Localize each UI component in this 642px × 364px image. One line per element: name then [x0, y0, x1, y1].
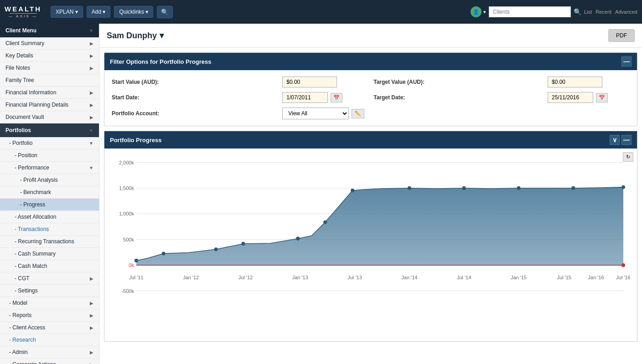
- layout: Client Menu ▼ Client Summary ▶ Key Detai…: [0, 24, 642, 364]
- sidebar-item-cash-summary[interactable]: - Cash Summary: [0, 248, 99, 260]
- sidebar-item-client-access[interactable]: - Client Access ▶: [0, 322, 99, 334]
- sidebar-item-profit-analysis[interactable]: - Profit Analysis: [0, 174, 99, 186]
- search-icon-btn[interactable]: 🔍: [157, 6, 173, 18]
- sidebar-item-client-summary[interactable]: Client Summary ▶: [0, 37, 99, 50]
- list-link[interactable]: List: [584, 9, 592, 15]
- sidebar-item-key-details[interactable]: Key Details ▶: [0, 50, 99, 62]
- svg-point-15: [214, 247, 218, 251]
- sidebar-item-research[interactable]: - Research: [0, 334, 99, 346]
- sidebar-item-performance[interactable]: - Performance ▼: [0, 162, 99, 174]
- portfolio-account-edit-btn[interactable]: ✏️: [352, 109, 364, 118]
- svg-text:0k: 0k: [129, 262, 134, 268]
- portfolio-account-row: View All ✏️: [282, 108, 364, 119]
- svg-text:1,000k: 1,000k: [119, 211, 134, 216]
- sidebar-item-financial-planning[interactable]: Financial Planning Details ▶: [0, 99, 99, 111]
- sidebar-item-file-notes[interactable]: File Notes ▶: [0, 62, 99, 74]
- target-value-label: Target Value (AUD):: [373, 79, 538, 85]
- sidebar-item-cash-match[interactable]: - Cash Match: [0, 260, 99, 272]
- top-nav: WEALTH — AXIS — XPLAN ▾ Add ▾ Quicklinks…: [0, 0, 642, 24]
- sidebar-item-recurring-transactions[interactable]: - Recurring Transactions: [0, 236, 99, 248]
- start-value-label: Start Value (AUD):: [112, 79, 273, 85]
- portfolio-progress-chart: 2,000k 1,500k 1,000k 500k 0k -500k: [109, 153, 632, 335]
- svg-text:500k: 500k: [123, 237, 134, 242]
- pdf-button[interactable]: PDF: [608, 29, 635, 42]
- quicklinks-btn[interactable]: Quicklinks ▾: [114, 6, 153, 18]
- sidebar-item-position[interactable]: - Position: [0, 149, 99, 162]
- search-go-icon[interactable]: 🔍: [574, 8, 581, 15]
- target-date-calendar-btn[interactable]: 📅: [596, 93, 608, 103]
- sidebar-item-settings[interactable]: - Settings: [0, 285, 99, 297]
- target-date-input[interactable]: [548, 92, 593, 103]
- chart-collapse-btn[interactable]: —: [621, 135, 632, 145]
- sidebar-item-model[interactable]: - Model ▶: [0, 297, 99, 309]
- svg-point-24: [621, 185, 625, 189]
- svg-point-26: [621, 263, 625, 267]
- user-area: 👤 ▾: [471, 6, 486, 17]
- sidebar-item-corporate-actions[interactable]: - Corporate Actions ▶: [0, 359, 99, 364]
- add-btn[interactable]: Add ▾: [87, 6, 111, 18]
- svg-marker-12: [136, 187, 623, 265]
- recent-link[interactable]: Recent: [595, 9, 611, 15]
- client-dropdown-icon[interactable]: ▾: [160, 31, 164, 41]
- target-date-row: 📅: [548, 92, 630, 103]
- sidebar-item-asset-allocation[interactable]: - Asset Allocation: [0, 211, 99, 223]
- chart-panel: Portfolio Progress ∨ — ↻ 2,000k: [104, 131, 637, 342]
- start-value-input[interactable]: [282, 77, 337, 87]
- sidebar-item-document-vault[interactable]: Document Vault ▶: [0, 111, 99, 123]
- target-value-input[interactable]: [548, 77, 602, 87]
- portfolio-account-select[interactable]: View All: [282, 108, 349, 119]
- xplan-btn[interactable]: XPLAN ▾: [51, 6, 83, 18]
- sidebar-item-portfolio[interactable]: - Portfolio ▼: [0, 137, 99, 149]
- target-date-label: Target Date:: [373, 94, 538, 101]
- filter-panel-body: Start Value (AUD): Target Value (AUD): S…: [104, 70, 637, 126]
- client-menu-chevron: ▼: [89, 28, 93, 33]
- sidebar-item-progress[interactable]: - Progress: [0, 199, 99, 211]
- arrow-icon: ▼: [89, 165, 93, 170]
- sidebar-item-cgt[interactable]: - CGT ▶: [0, 272, 99, 285]
- chart-body: ↻ 2,000k 1,500k 1,000k 500k 0k -500k: [104, 149, 637, 341]
- chart-refresh-btn[interactable]: ↻: [623, 152, 633, 162]
- sidebar-item-reports[interactable]: - Reports ▶: [0, 309, 99, 322]
- sidebar-item-admin[interactable]: - Admin ▶: [0, 346, 99, 359]
- arrow-icon: ▶: [90, 41, 93, 46]
- arrow-icon: ▶: [90, 313, 93, 318]
- portfolios-header[interactable]: Portfolios ▼: [0, 123, 99, 137]
- svg-text:Jul '15: Jul '15: [557, 275, 571, 280]
- sidebar-item-family-tree[interactable]: Family Tree: [0, 74, 99, 87]
- filter-panel-header: Filter Options for Portfolio Progress —: [104, 53, 637, 70]
- portfolio-account-label: Portfolio Account:: [112, 110, 273, 117]
- portfolios-chevron: ▼: [89, 128, 93, 133]
- avatar: 👤: [471, 6, 482, 17]
- svg-text:Jan '16: Jan '16: [588, 275, 604, 280]
- sidebar-item-financial-info[interactable]: Financial Information ▶: [0, 87, 99, 99]
- client-name: Sam Dunphy ▾: [107, 31, 164, 41]
- sidebar-item-transactions[interactable]: - Transactions: [0, 223, 99, 236]
- page-header: Sam Dunphy ▾ PDF: [99, 24, 642, 48]
- sidebar-item-benchmark[interactable]: - Benchmark: [0, 186, 99, 199]
- svg-text:1,500k: 1,500k: [119, 185, 134, 191]
- chart-expand-btn[interactable]: ∨: [610, 135, 620, 145]
- arrow-icon: ▶: [90, 53, 93, 58]
- svg-point-23: [571, 186, 575, 190]
- advanced-link[interactable]: Advanced: [615, 9, 637, 15]
- start-date-input[interactable]: [282, 92, 328, 103]
- svg-point-22: [517, 186, 520, 190]
- svg-text:2,000k: 2,000k: [119, 159, 134, 165]
- arrow-icon: ▶: [90, 325, 93, 330]
- search-input[interactable]: [489, 6, 571, 17]
- sidebar: Client Menu ▼ Client Summary ▶ Key Detai…: [0, 24, 99, 364]
- arrow-icon: ▶: [90, 66, 93, 71]
- start-date-calendar-btn[interactable]: 📅: [331, 93, 342, 103]
- filter-panel: Filter Options for Portfolio Progress — …: [104, 52, 637, 126]
- main-content: Sam Dunphy ▾ PDF Filter Options for Port…: [99, 24, 642, 364]
- arrow-icon: ▶: [90, 362, 93, 364]
- arrow-icon: ▼: [89, 141, 93, 146]
- arrow-icon: ▶: [90, 90, 93, 95]
- svg-point-21: [462, 186, 466, 190]
- logo: WEALTH — AXIS —: [5, 5, 41, 18]
- filter-collapse-btn[interactable]: —: [621, 56, 632, 67]
- start-date-row: 📅: [282, 92, 364, 103]
- client-menu-header[interactable]: Client Menu ▼: [0, 24, 99, 37]
- svg-point-14: [162, 251, 166, 255]
- svg-text:Jan '14: Jan '14: [401, 275, 417, 280]
